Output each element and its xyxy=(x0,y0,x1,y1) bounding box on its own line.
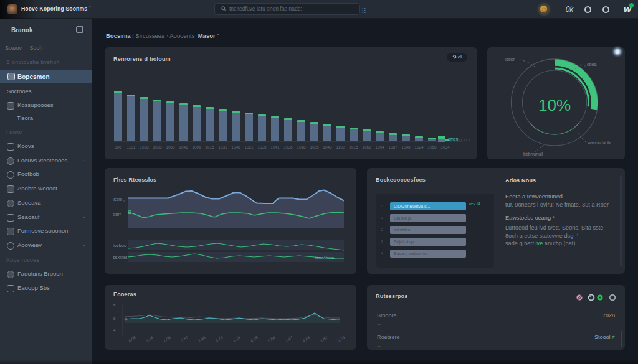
svg-text:lsbbr ---: lsbbr --- xyxy=(505,57,521,62)
svg-text:, obea: , obea xyxy=(584,62,597,67)
svg-text:wanbo fabbr: wanbo fabbr xyxy=(587,141,612,145)
svg-text:tssw Ahwm: tssw Ahwm xyxy=(315,256,334,259)
svg-text:bbbrrunull: bbbrrunull xyxy=(523,152,543,156)
svg-text:10%: 10% xyxy=(538,96,571,114)
